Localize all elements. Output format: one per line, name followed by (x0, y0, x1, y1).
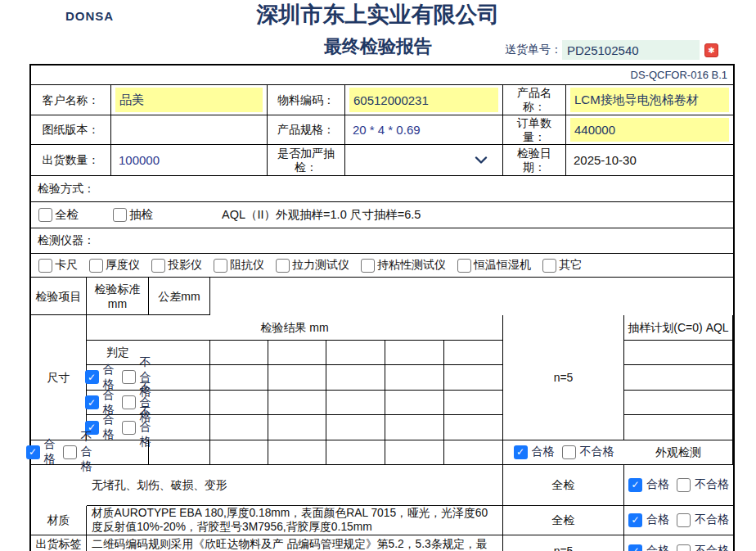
adhesion-tester-checkbox[interactable] (361, 259, 375, 273)
other-instrument-label: 其它 (559, 258, 582, 273)
result-cell[interactable] (444, 415, 503, 440)
instruments-options: 卡尺 厚度仪 投影仪 阻抗仪 拉力测试仪 持粘性测试仪 恒温恒湿机 其它 (31, 254, 733, 278)
pass-checkbox-checked[interactable]: ✓ (628, 544, 642, 551)
drawing-version-value[interactable] (111, 115, 268, 145)
result-cell[interactable] (326, 440, 385, 465)
order-qty-value[interactable]: 440000 (570, 118, 729, 142)
judgement-cell: ✓合格 不合格 (87, 415, 149, 440)
delivery-number-label: 送货单号： (505, 43, 562, 57)
drawing-version-label: 图纸版本： (31, 115, 111, 145)
result-cell[interactable] (624, 415, 733, 440)
order-qty-field[interactable]: 440000 (566, 115, 733, 145)
tolerance-cell[interactable] (210, 391, 268, 416)
result-cell[interactable] (444, 440, 503, 465)
thickness-gauge-checkbox[interactable] (89, 259, 103, 273)
material-code-label: 物料编码： (268, 85, 345, 115)
result-cell[interactable] (268, 391, 326, 416)
final-inspection-report-page: DONSA 深圳市东上实业有限公司 最终检验报告 送货单号： PD2510254… (0, 0, 756, 551)
product-spec-value[interactable]: 20 * 4 * 0.69 (345, 115, 503, 145)
pass-label: 合格 (532, 445, 555, 459)
product-name-label: 产品名称： (503, 85, 566, 115)
ship-qty-value[interactable]: 100000 (111, 145, 268, 176)
fail-label: 不合格 (695, 477, 729, 492)
result-cell[interactable] (624, 365, 733, 391)
result-cell[interactable] (268, 341, 326, 366)
result-cell[interactable] (385, 365, 444, 391)
result-cell[interactable] (385, 440, 444, 465)
result-cell[interactable] (268, 440, 326, 465)
projector-label: 投影仪 (168, 258, 202, 273)
result-cell[interactable] (444, 341, 503, 366)
impedance-meter-checkbox[interactable] (214, 259, 227, 273)
appearance-item-label: 外观检测 (624, 440, 733, 465)
pass-checkbox-checked[interactable]: ✓ (628, 478, 642, 492)
pass-checkbox-checked[interactable]: ✓ (85, 370, 99, 384)
inspection-date-value[interactable]: 2025-10-30 (566, 145, 733, 176)
strict-sampling-dropdown[interactable] (345, 145, 503, 176)
dimension-item-label: 尺寸 (31, 315, 87, 440)
material-code-field[interactable]: 60512000231 (345, 85, 503, 115)
result-cell[interactable] (444, 365, 503, 391)
result-cell[interactable] (326, 341, 385, 366)
instruments-title: 检测仪器： (31, 228, 733, 254)
fail-checkbox[interactable] (122, 395, 136, 409)
fail-checkbox[interactable] (677, 513, 691, 527)
product-name-value[interactable]: LCM接地导电泡棉卷材 (570, 88, 729, 112)
info-section: 客户名称： 品美 物料编码： 60512000231 产品名称： LCM接地导电… (31, 85, 733, 176)
full-inspection-checkbox[interactable] (38, 208, 52, 222)
tolerance-cell[interactable] (210, 341, 268, 366)
fail-checkbox[interactable] (122, 370, 136, 384)
result-cell[interactable] (268, 365, 326, 391)
pass-checkbox-checked[interactable]: ✓ (26, 445, 40, 459)
standard-cell[interactable] (149, 365, 210, 391)
other-instrument-checkbox[interactable] (542, 259, 556, 273)
col-header-standard: 检验标准 mm (87, 278, 149, 315)
inspection-method-title: 检验方式： (31, 176, 733, 202)
customer-name-field[interactable]: 品美 (111, 85, 268, 115)
fail-checkbox[interactable] (677, 478, 691, 492)
tolerance-cell[interactable] (210, 415, 268, 440)
material-code-value[interactable]: 60512000231 (349, 88, 498, 112)
fail-checkbox[interactable] (122, 421, 136, 435)
result-cell[interactable] (268, 415, 326, 440)
pass-checkbox-checked[interactable]: ✓ (514, 445, 528, 459)
sample-inspection-label: 抽检 (129, 207, 153, 223)
delivery-number-input[interactable]: PD25102540 (562, 40, 700, 60)
sample-inspection-checkbox[interactable] (113, 208, 127, 222)
result-cell[interactable] (624, 341, 733, 366)
pass-checkbox-checked[interactable]: ✓ (628, 513, 642, 527)
standard-cell[interactable] (87, 440, 149, 465)
strict-sampling-label: 是否加严抽检： (268, 145, 345, 176)
result-cell[interactable] (210, 440, 268, 465)
judgement-cell: ✓合格 不合格 (624, 465, 733, 506)
result-cell[interactable] (624, 391, 733, 416)
standard-cell[interactable] (149, 341, 210, 366)
customer-name-value[interactable]: 品美 (115, 88, 263, 112)
col-header-item: 检验项目 (31, 278, 87, 315)
aql-note: AQL（II）外观抽样=1.0 尺寸抽样=6.5 (222, 207, 421, 223)
tensile-tester-checkbox[interactable] (276, 259, 290, 273)
fail-checkbox[interactable] (677, 544, 691, 551)
delete-icon[interactable]: ✱ (704, 43, 718, 57)
standard-cell[interactable] (149, 415, 210, 440)
product-name-field[interactable]: LCM接地导电泡棉卷材 (566, 85, 733, 115)
result-cell[interactable] (385, 341, 444, 366)
result-cell[interactable] (385, 415, 444, 440)
tolerance-cell[interactable] (210, 365, 268, 391)
customer-name-label: 客户名称： (31, 85, 111, 115)
pass-checkbox-checked[interactable]: ✓ (85, 395, 99, 409)
fail-checkbox[interactable] (63, 445, 77, 459)
result-cell[interactable] (444, 391, 503, 416)
full-inspection-label: 全检 (55, 207, 79, 223)
climate-chamber-checkbox[interactable] (457, 259, 471, 273)
standard-cell[interactable] (149, 391, 210, 416)
fail-checkbox[interactable] (562, 445, 576, 459)
result-cell[interactable] (326, 365, 385, 391)
result-cell[interactable] (326, 415, 385, 440)
projector-checkbox[interactable] (151, 259, 165, 273)
tolerance-cell[interactable] (149, 440, 210, 465)
product-spec-label: 产品规格： (268, 115, 345, 145)
caliper-checkbox[interactable] (38, 259, 52, 273)
result-cell[interactable] (385, 391, 444, 416)
result-cell[interactable] (326, 391, 385, 416)
